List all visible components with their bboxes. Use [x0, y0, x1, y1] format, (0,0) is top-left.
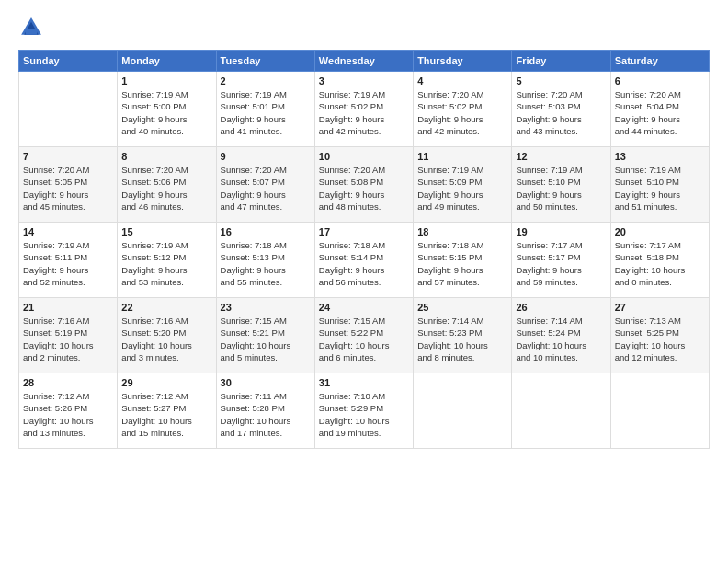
calendar-cell: 11Sunrise: 7:19 AM Sunset: 5:09 PM Dayli… — [414, 147, 512, 223]
calendar-cell: 15Sunrise: 7:19 AM Sunset: 5:12 PM Dayli… — [118, 223, 216, 298]
day-number: 28 — [23, 377, 113, 388]
calendar-cell: 16Sunrise: 7:18 AM Sunset: 5:13 PM Dayli… — [216, 223, 314, 298]
header — [18, 15, 710, 40]
day-number: 31 — [319, 377, 409, 388]
day-info: Sunrise: 7:19 AM Sunset: 5:02 PM Dayligh… — [319, 88, 409, 137]
week-row-4: 21Sunrise: 7:16 AM Sunset: 5:19 PM Dayli… — [19, 298, 710, 373]
day-number: 14 — [23, 226, 113, 237]
day-number: 10 — [319, 151, 409, 162]
calendar-cell: 30Sunrise: 7:11 AM Sunset: 5:28 PM Dayli… — [216, 373, 314, 449]
calendar-cell: 29Sunrise: 7:12 AM Sunset: 5:27 PM Dayli… — [118, 373, 216, 449]
day-number: 13 — [615, 151, 705, 162]
day-info: Sunrise: 7:19 AM Sunset: 5:10 PM Dayligh… — [615, 164, 705, 213]
day-info: Sunrise: 7:20 AM Sunset: 5:05 PM Dayligh… — [23, 164, 113, 213]
calendar-cell: 28Sunrise: 7:12 AM Sunset: 5:26 PM Dayli… — [19, 373, 118, 449]
day-info: Sunrise: 7:18 AM Sunset: 5:14 PM Dayligh… — [319, 239, 409, 288]
calendar: SundayMondayTuesdayWednesdayThursdayFrid… — [18, 50, 710, 449]
day-number: 4 — [417, 75, 507, 86]
calendar-cell — [512, 373, 610, 449]
calendar-body: 1Sunrise: 7:19 AM Sunset: 5:00 PM Daylig… — [19, 72, 710, 449]
calendar-cell: 10Sunrise: 7:20 AM Sunset: 5:08 PM Dayli… — [314, 147, 413, 223]
day-info: Sunrise: 7:16 AM Sunset: 5:19 PM Dayligh… — [23, 315, 113, 363]
weekday-header-thursday: Thursday — [414, 51, 512, 72]
day-info: Sunrise: 7:20 AM Sunset: 5:03 PM Dayligh… — [516, 88, 606, 137]
day-info: Sunrise: 7:18 AM Sunset: 5:15 PM Dayligh… — [417, 239, 507, 288]
calendar-cell: 21Sunrise: 7:16 AM Sunset: 5:19 PM Dayli… — [19, 298, 118, 373]
day-info: Sunrise: 7:15 AM Sunset: 5:22 PM Dayligh… — [319, 315, 409, 363]
day-info: Sunrise: 7:15 AM Sunset: 5:21 PM Dayligh… — [221, 315, 311, 363]
day-info: Sunrise: 7:20 AM Sunset: 5:08 PM Dayligh… — [319, 164, 409, 213]
day-number: 26 — [516, 302, 606, 313]
day-info: Sunrise: 7:19 AM Sunset: 5:11 PM Dayligh… — [23, 239, 113, 288]
day-info: Sunrise: 7:17 AM Sunset: 5:18 PM Dayligh… — [615, 239, 705, 288]
day-number: 6 — [615, 75, 705, 86]
calendar-cell: 9Sunrise: 7:20 AM Sunset: 5:07 PM Daylig… — [216, 147, 314, 223]
calendar-cell: 27Sunrise: 7:13 AM Sunset: 5:25 PM Dayli… — [610, 298, 709, 373]
day-info: Sunrise: 7:18 AM Sunset: 5:13 PM Dayligh… — [221, 239, 311, 288]
day-number: 22 — [121, 302, 211, 313]
day-number: 5 — [516, 75, 606, 86]
day-number: 8 — [121, 151, 211, 162]
day-info: Sunrise: 7:14 AM Sunset: 5:23 PM Dayligh… — [417, 315, 507, 363]
day-number: 1 — [121, 75, 211, 86]
day-info: Sunrise: 7:17 AM Sunset: 5:17 PM Dayligh… — [516, 239, 606, 288]
week-row-3: 14Sunrise: 7:19 AM Sunset: 5:11 PM Dayli… — [19, 223, 710, 298]
day-number: 9 — [221, 151, 311, 162]
calendar-cell: 4Sunrise: 7:20 AM Sunset: 5:02 PM Daylig… — [414, 72, 512, 147]
day-info: Sunrise: 7:19 AM Sunset: 5:09 PM Dayligh… — [417, 164, 507, 213]
calendar-cell — [19, 72, 118, 147]
week-row-1: 1Sunrise: 7:19 AM Sunset: 5:00 PM Daylig… — [19, 72, 710, 147]
calendar-cell: 20Sunrise: 7:17 AM Sunset: 5:18 PM Dayli… — [610, 223, 709, 298]
day-number: 17 — [319, 226, 409, 237]
logo-icon — [18, 15, 44, 40]
day-info: Sunrise: 7:13 AM Sunset: 5:25 PM Dayligh… — [615, 315, 705, 363]
calendar-header: SundayMondayTuesdayWednesdayThursdayFrid… — [19, 51, 710, 72]
svg-rect-2 — [26, 29, 37, 35]
calendar-cell: 8Sunrise: 7:20 AM Sunset: 5:06 PM Daylig… — [118, 147, 216, 223]
weekday-header-friday: Friday — [512, 51, 610, 72]
day-number: 11 — [417, 151, 507, 162]
calendar-cell: 23Sunrise: 7:15 AM Sunset: 5:21 PM Dayli… — [216, 298, 314, 373]
calendar-cell: 5Sunrise: 7:20 AM Sunset: 5:03 PM Daylig… — [512, 72, 610, 147]
calendar-cell: 22Sunrise: 7:16 AM Sunset: 5:20 PM Dayli… — [118, 298, 216, 373]
day-number: 16 — [221, 226, 311, 237]
week-row-5: 28Sunrise: 7:12 AM Sunset: 5:26 PM Dayli… — [19, 373, 710, 449]
weekday-header-monday: Monday — [118, 51, 216, 72]
calendar-cell: 7Sunrise: 7:20 AM Sunset: 5:05 PM Daylig… — [19, 147, 118, 223]
day-info: Sunrise: 7:16 AM Sunset: 5:20 PM Dayligh… — [121, 315, 211, 363]
logo — [18, 15, 48, 40]
calendar-cell: 24Sunrise: 7:15 AM Sunset: 5:22 PM Dayli… — [314, 298, 413, 373]
day-info: Sunrise: 7:20 AM Sunset: 5:07 PM Dayligh… — [221, 164, 311, 213]
calendar-cell: 12Sunrise: 7:19 AM Sunset: 5:10 PM Dayli… — [512, 147, 610, 223]
day-number: 27 — [615, 302, 705, 313]
day-info: Sunrise: 7:19 AM Sunset: 5:10 PM Dayligh… — [516, 164, 606, 213]
day-number: 12 — [516, 151, 606, 162]
calendar-cell: 13Sunrise: 7:19 AM Sunset: 5:10 PM Dayli… — [610, 147, 709, 223]
calendar-cell — [414, 373, 512, 449]
day-info: Sunrise: 7:14 AM Sunset: 5:24 PM Dayligh… — [516, 315, 606, 363]
day-number: 25 — [417, 302, 507, 313]
calendar-cell: 1Sunrise: 7:19 AM Sunset: 5:00 PM Daylig… — [118, 72, 216, 147]
day-info: Sunrise: 7:12 AM Sunset: 5:27 PM Dayligh… — [121, 390, 211, 439]
day-info: Sunrise: 7:11 AM Sunset: 5:28 PM Dayligh… — [221, 390, 311, 439]
day-number: 19 — [516, 226, 606, 237]
day-number: 23 — [221, 302, 311, 313]
day-number: 20 — [615, 226, 705, 237]
day-number: 30 — [221, 377, 311, 388]
calendar-cell: 17Sunrise: 7:18 AM Sunset: 5:14 PM Dayli… — [314, 223, 413, 298]
day-info: Sunrise: 7:12 AM Sunset: 5:26 PM Dayligh… — [23, 390, 113, 439]
weekday-header-sunday: Sunday — [19, 51, 118, 72]
day-info: Sunrise: 7:20 AM Sunset: 5:04 PM Dayligh… — [615, 88, 705, 137]
day-info: Sunrise: 7:10 AM Sunset: 5:29 PM Dayligh… — [319, 390, 409, 439]
calendar-cell — [610, 373, 709, 449]
calendar-cell: 19Sunrise: 7:17 AM Sunset: 5:17 PM Dayli… — [512, 223, 610, 298]
weekday-header-tuesday: Tuesday — [216, 51, 314, 72]
day-number: 24 — [319, 302, 409, 313]
day-info: Sunrise: 7:19 AM Sunset: 5:00 PM Dayligh… — [121, 88, 211, 137]
day-info: Sunrise: 7:19 AM Sunset: 5:12 PM Dayligh… — [121, 239, 211, 288]
weekday-header-wednesday: Wednesday — [314, 51, 413, 72]
day-info: Sunrise: 7:20 AM Sunset: 5:02 PM Dayligh… — [417, 88, 507, 137]
calendar-cell: 25Sunrise: 7:14 AM Sunset: 5:23 PM Dayli… — [414, 298, 512, 373]
calendar-cell: 6Sunrise: 7:20 AM Sunset: 5:04 PM Daylig… — [610, 72, 709, 147]
calendar-cell: 26Sunrise: 7:14 AM Sunset: 5:24 PM Dayli… — [512, 298, 610, 373]
